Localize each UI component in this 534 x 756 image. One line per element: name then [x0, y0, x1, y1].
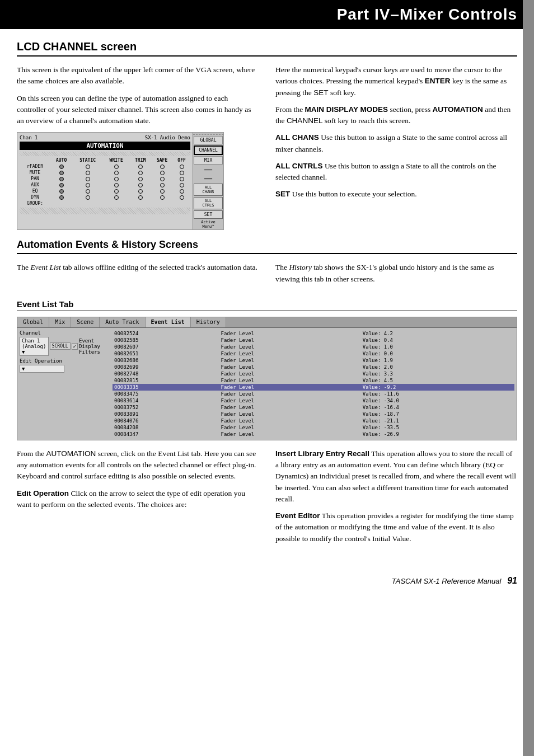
footer-page: 91	[507, 576, 517, 585]
footer-manual: TASCAM SX-1 Reference Manual	[392, 577, 502, 585]
channel-select[interactable]: Chan 1 (Analog) ▼	[20, 337, 49, 356]
table-row: 00082524 Fader Level Value: 4.2	[113, 330, 514, 337]
lcd-cell	[173, 176, 190, 182]
lcd-cell	[103, 176, 129, 182]
table-row: 00082815 Fader Level Value: 4.5	[113, 377, 514, 384]
event-time: 00082524	[113, 330, 219, 337]
tab-content: Channel Chan 1 (Analog) ▼ SCROLL ✓ Event…	[17, 328, 517, 440]
radio-empty	[160, 195, 165, 200]
radio-empty	[114, 195, 119, 200]
set-para: SET Use this button to execute your sele…	[275, 189, 517, 200]
event-editor-bold: Event Editor	[275, 511, 320, 520]
lcd-cell	[173, 188, 190, 194]
lcd-cell	[72, 182, 103, 188]
event-time: 00082686	[113, 357, 219, 364]
tab-screen: Global Mix Scene Auto Track Event List H…	[17, 317, 517, 440]
event-value: Value: -33.5	[361, 424, 514, 431]
event-type: Fader Level	[219, 344, 361, 350]
lcd-channel-btn[interactable]: CHANNEL	[194, 145, 223, 155]
lcd-main-header: Chan 1 SX-1 Audio Demo	[20, 135, 190, 140]
radio-empty	[180, 189, 184, 194]
lcd-sidebar: GLOBAL CHANNEL MIX — — ALLCHANS ALLCTRLS…	[193, 133, 223, 229]
history-italic: History	[289, 263, 312, 271]
lcd-global-btn[interactable]: GLOBAL	[194, 136, 223, 144]
radio-empty	[138, 165, 143, 169]
event-value: Value: -16.4	[361, 404, 514, 411]
lcd-col-safe: SAFE	[151, 157, 173, 163]
edit-op-select[interactable]: ▼	[20, 365, 64, 373]
lcd-cell	[129, 188, 151, 194]
automation-col-right: The History tab shows the SX-1's global …	[275, 262, 517, 290]
lcd-cell	[173, 170, 190, 176]
main-display-modes-bold: MAIN DISPLAY MODES	[305, 105, 388, 114]
lcd-cell	[50, 170, 72, 176]
lcd-screen: Chan 1 SX-1 Audio Demo AUTOMATION	[17, 132, 224, 230]
footer-text: TASCAM SX-1 Reference Manual 91	[392, 576, 517, 586]
lcd-all-chans-btn[interactable]: ALLCHANS	[194, 184, 223, 196]
radio-empty	[138, 177, 143, 181]
lcd-row-mute: MUTE	[20, 170, 50, 176]
event-time: 00082651	[113, 350, 219, 357]
table-row: 00082585 Fader Level Value: 0.4	[113, 337, 514, 344]
tab-right-panel: 00082524 Fader Level Value: 4.2 00082585…	[113, 330, 514, 438]
event-type: Fader Level	[219, 397, 361, 404]
tab-event-list[interactable]: Event List	[146, 317, 191, 327]
event-value: Value: 1.0	[361, 344, 514, 350]
lcd-cell	[50, 176, 72, 182]
event-time: 00083475	[113, 391, 219, 397]
event-list-italic: Event List	[30, 263, 60, 271]
event-type: Fader Level	[219, 357, 361, 364]
radio-filled	[59, 195, 64, 200]
tab-auto-track[interactable]: Auto Track	[100, 317, 145, 327]
event-type: Fader Level	[219, 431, 361, 438]
tab-global[interactable]: Global	[17, 317, 49, 327]
lcd-main: Chan 1 SX-1 Audio Demo AUTOMATION	[17, 133, 193, 229]
radio-empty	[86, 189, 90, 194]
lcd-right-para1: Here the numerical keypad's cursor keys …	[275, 64, 517, 98]
lcd-auto-title: AUTOMATION	[86, 142, 123, 149]
lcd-cell	[50, 182, 72, 188]
lcd-cell	[151, 194, 173, 200]
all-chans-label: ALL CHANS	[275, 133, 319, 142]
radio-empty	[86, 171, 90, 175]
radio-empty	[160, 171, 165, 175]
lcd-cell-group	[50, 200, 190, 206]
radio-empty	[160, 189, 165, 194]
lcd-col-off: OFF	[173, 157, 190, 163]
event-value: Value: -11.6	[361, 391, 514, 397]
radio-empty	[180, 195, 184, 200]
radio-empty	[114, 189, 119, 194]
lcd-row-aux: AUX	[20, 182, 50, 188]
scroll-button[interactable]: SCROLL	[50, 342, 71, 350]
radio-empty	[86, 177, 90, 181]
event-type: Fader Level	[219, 364, 361, 370]
lcd-cell	[151, 188, 173, 194]
lcd-table: AUTO STATIC WRITE TRIM SAFE OFF	[20, 157, 190, 206]
lcd-cell	[72, 188, 103, 194]
lcd-cell	[72, 176, 103, 182]
all-cntrls-label: ALL CNTRLS	[275, 162, 323, 170]
table-row: 00084076 Fader Level Value: -21.1	[113, 417, 514, 424]
table-row: 00082699 Fader Level Value: 2.0	[113, 364, 514, 370]
lcd-active-menu: ActiveMenu™	[194, 220, 223, 229]
content-area: LCD CHANNEL screen This screen is the eq…	[0, 29, 534, 570]
tab-history[interactable]: History	[191, 317, 226, 327]
lcd-all-ctrls-btn[interactable]: ALLCTRLS	[194, 197, 223, 209]
check-box[interactable]: ✓	[72, 343, 78, 350]
lcd-mix-btn[interactable]: MIX	[194, 156, 223, 165]
tab-scene[interactable]: Scene	[71, 317, 100, 327]
lcd-row-fader: rFADER	[20, 163, 50, 170]
table-row: 00082748 Fader Level Value: 3.3	[113, 370, 514, 377]
event-time: 00083752	[113, 404, 219, 411]
tab-bar: Global Mix Scene Auto Track Event List H…	[17, 317, 517, 328]
side-strip	[523, 0, 534, 756]
event-value: Value: -21.1	[361, 417, 514, 424]
radio-empty	[114, 171, 119, 175]
lcd-cell	[151, 182, 173, 188]
table-row: 00082686 Fader Level Value: 1.9	[113, 357, 514, 364]
tab-mix[interactable]: Mix	[49, 317, 71, 327]
channel-label: Channel	[20, 330, 109, 336]
bottom-col-left: From the AUTOMATION screen, click on the…	[17, 448, 259, 550]
lcd-set-btn[interactable]: SET	[194, 210, 223, 219]
table-row: 00083752 Fader Level Value: -16.4	[113, 404, 514, 411]
